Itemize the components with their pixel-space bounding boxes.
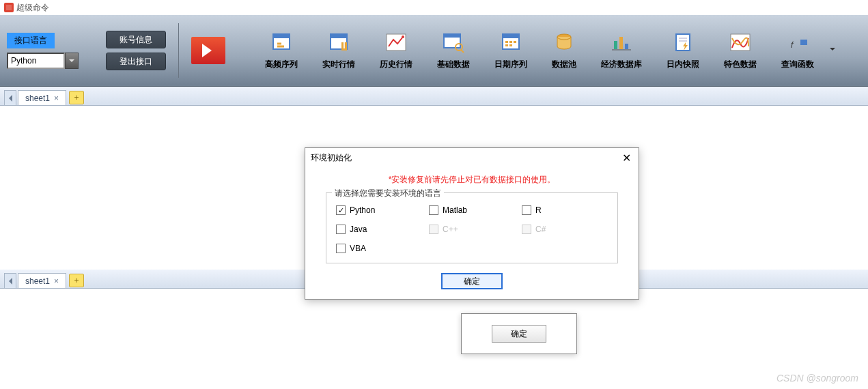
checkbox-box[interactable] bbox=[522, 205, 531, 215]
checkbox-c: C++ bbox=[429, 225, 515, 234]
document-flash-icon bbox=[671, 31, 695, 53]
app-icon bbox=[4, 3, 14, 12]
tool-label: 日期序列 bbox=[494, 59, 527, 70]
tool-label: 特色数据 bbox=[724, 59, 757, 70]
svg-rect-27 bbox=[676, 34, 690, 51]
checkbox-label: Java bbox=[350, 225, 367, 234]
tool-formula[interactable]: f 查询函数 bbox=[781, 31, 814, 70]
svg-rect-24 bbox=[619, 37, 623, 49]
checkbox-label: C++ bbox=[443, 225, 458, 234]
env-init-dialog: 环境初始化 ✕ *安装修复前请先停止对已有数据接口的使用。 请选择您需要安装环境… bbox=[305, 147, 639, 300]
tab-label: sheet1 bbox=[25, 93, 50, 103]
tool-snapshot[interactable]: 日内快照 bbox=[667, 31, 699, 70]
checkbox-vba[interactable]: VBA bbox=[336, 244, 422, 253]
checkbox-java[interactable]: Java bbox=[336, 225, 422, 234]
tool-special[interactable]: 特色数据 bbox=[724, 31, 757, 70]
watermark: CSDN @songroom bbox=[776, 373, 858, 384]
tool-highfreq[interactable]: 高频序列 bbox=[265, 31, 298, 70]
svg-rect-23 bbox=[614, 41, 617, 49]
svg-rect-16 bbox=[505, 41, 508, 43]
dialog-header: 环境初始化 ✕ bbox=[305, 148, 639, 167]
tab-nav-left[interactable] bbox=[4, 273, 16, 288]
ok-button[interactable]: 确定 bbox=[441, 273, 503, 289]
fieldset-legend: 请选择您需要安装环境的语言 bbox=[332, 188, 444, 199]
tool-label: 查询函数 bbox=[781, 59, 814, 70]
language-fieldset: 请选择您需要安装环境的语言 PythonMatlabRJavaC++C#VBA bbox=[326, 192, 618, 263]
account-info-button[interactable]: 账号信息 bbox=[106, 31, 166, 48]
calendar-grid-icon bbox=[269, 31, 294, 53]
checkbox-box bbox=[429, 225, 438, 234]
tab-label: sheet1 bbox=[25, 276, 50, 286]
tool-label: 基础数据 bbox=[437, 59, 470, 70]
chart-line-icon bbox=[384, 31, 408, 53]
language-input[interactable] bbox=[7, 53, 65, 69]
tab-close-icon[interactable]: × bbox=[54, 276, 59, 286]
svg-text:f: f bbox=[791, 40, 794, 50]
checkbox-label: R bbox=[535, 205, 542, 215]
checkbox-box[interactable] bbox=[429, 205, 438, 215]
tab-add-button[interactable]: + bbox=[69, 91, 84, 104]
checkbox-box bbox=[522, 225, 531, 234]
svg-rect-20 bbox=[509, 44, 512, 46]
checkbox-box[interactable] bbox=[336, 205, 346, 215]
checkbox-label: VBA bbox=[350, 244, 366, 253]
curves-icon bbox=[728, 31, 753, 53]
titlebar: 超级命令 bbox=[0, 0, 868, 15]
svg-rect-18 bbox=[514, 41, 516, 43]
tool-econdb[interactable]: 经济数据库 bbox=[601, 31, 642, 70]
svg-rect-15 bbox=[503, 34, 519, 38]
logout-button[interactable]: 登出接口 bbox=[106, 53, 166, 70]
svg-rect-5 bbox=[331, 34, 347, 38]
svg-line-13 bbox=[461, 50, 464, 53]
tool-history[interactable]: 历史行情 bbox=[380, 31, 412, 70]
svg-rect-33 bbox=[800, 40, 807, 45]
svg-rect-11 bbox=[444, 34, 460, 38]
bar-chart-icon bbox=[609, 31, 634, 53]
ribbon-separator bbox=[178, 23, 179, 78]
database-icon bbox=[552, 31, 576, 53]
tab-add-button[interactable]: + bbox=[69, 274, 84, 287]
calendar-i-icon: I bbox=[326, 31, 351, 53]
language-dropdown-button[interactable] bbox=[65, 53, 79, 69]
checkbox-matlab[interactable]: Matlab bbox=[429, 205, 515, 215]
checkbox-box[interactable] bbox=[336, 244, 346, 253]
tab-close-icon[interactable]: × bbox=[54, 93, 59, 103]
tab-sheet1[interactable]: sheet1 × bbox=[18, 273, 66, 288]
tool-pool[interactable]: 数据池 bbox=[552, 31, 576, 70]
checkbox-c: C# bbox=[522, 225, 608, 234]
tool-basic[interactable]: 基础数据 bbox=[437, 31, 470, 70]
fx-icon: f bbox=[785, 31, 810, 53]
calendar-seq-icon bbox=[499, 31, 523, 53]
tab-sheet1[interactable]: sheet1 × bbox=[18, 90, 66, 105]
tool-dateseq[interactable]: 日期序列 bbox=[494, 31, 527, 70]
svg-rect-25 bbox=[625, 44, 628, 49]
svg-rect-19 bbox=[505, 44, 508, 46]
ribbon: 接口语言 账号信息 登出接口 高频序列 I 实时行情 历史行情 基础数据 日期序… bbox=[0, 15, 868, 87]
svg-text:I: I bbox=[343, 41, 345, 51]
tool-label: 经济数据库 bbox=[601, 59, 642, 70]
tool-label: 历史行情 bbox=[380, 59, 412, 70]
checkbox-label: Matlab bbox=[443, 205, 467, 215]
tool-label: 高频序列 bbox=[265, 59, 298, 70]
ok-button[interactable]: 确定 bbox=[492, 325, 546, 343]
checkbox-r[interactable]: R bbox=[522, 205, 608, 215]
checkbox-box[interactable] bbox=[336, 225, 346, 234]
language-label: 接口语言 bbox=[7, 33, 55, 48]
close-icon[interactable]: ✕ bbox=[619, 151, 633, 164]
sub-dialog: 确定 bbox=[461, 313, 577, 354]
tool-label: 数据池 bbox=[552, 59, 576, 70]
app-title: 超级命令 bbox=[16, 2, 49, 14]
svg-point-9 bbox=[402, 35, 404, 38]
tab-strip-top: sheet1 × + bbox=[0, 87, 868, 106]
checkbox-python[interactable]: Python bbox=[336, 205, 422, 215]
account-button-group: 账号信息 登出接口 bbox=[106, 31, 166, 70]
svg-rect-17 bbox=[509, 41, 512, 43]
run-button[interactable] bbox=[191, 37, 225, 64]
checkbox-label: C# bbox=[535, 225, 546, 234]
checkbox-label: Python bbox=[350, 205, 375, 215]
tab-nav-left[interactable] bbox=[4, 90, 16, 105]
svg-rect-1 bbox=[273, 34, 290, 38]
ribbon-more-dropdown[interactable] bbox=[829, 48, 836, 53]
tool-realtime[interactable]: I 实时行情 bbox=[322, 31, 355, 70]
tool-label: 日内快照 bbox=[667, 59, 699, 70]
